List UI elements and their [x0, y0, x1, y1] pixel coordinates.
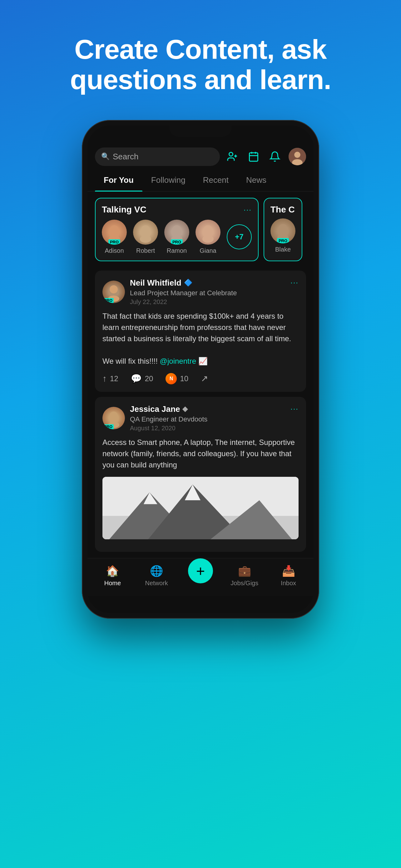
nav-jobs[interactable]: 💼 Jobs/Gigs [229, 565, 260, 587]
post-author-info-neil: PRO Neil Whitfield 🔷 Lead Project Manage… [102, 278, 237, 306]
plus-icon: + [196, 562, 205, 580]
story-member-name-ramon: Ramon [167, 247, 187, 254]
nav-network[interactable]: 🌐 Network [141, 565, 172, 587]
user-avatar[interactable] [289, 148, 306, 165]
post-card-neil: PRO Neil Whitfield 🔷 Lead Project Manage… [95, 271, 306, 392]
posts-section: PRO Neil Whitfield 🔷 Lead Project Manage… [88, 271, 313, 552]
story-member-blake[interactable]: PRO Blake [270, 218, 295, 253]
header-icons [225, 148, 306, 165]
story-card-thec-title: The C [270, 205, 295, 215]
post-more-jessica[interactable]: ··· [291, 404, 299, 413]
svg-point-17 [202, 235, 213, 243]
tab-news[interactable]: News [237, 169, 275, 191]
svg-rect-3 [249, 153, 258, 161]
story-member-name-blake: Blake [275, 246, 291, 253]
story-extra-count: +7 [227, 224, 252, 249]
svg-point-18 [278, 224, 287, 233]
nav-jobs-label: Jobs/Gigs [231, 580, 258, 587]
calendar-icon[interactable] [246, 149, 261, 164]
search-area: 🔍 Search [88, 144, 313, 169]
tab-following[interactable]: Following [142, 169, 194, 191]
nav-home[interactable]: 🏠 Home [97, 565, 128, 587]
verified-icon-jessica: ◆ [182, 405, 188, 413]
reaction-action-neil[interactable]: N 10 [166, 373, 188, 384]
post-author-meta-jessica: Jessica Jane ◆ QA Engineer at Devdoots A… [130, 404, 207, 432]
verified-icon-neil: 🔷 [184, 279, 192, 287]
story-avatars: PRO Adison [102, 220, 252, 254]
post-content-neil: That fact that kids are spending $100k+ … [102, 311, 299, 367]
home-icon: 🏠 [106, 565, 119, 577]
tabs-row: For You Following Recent News [88, 169, 313, 191]
post-title-neil: Lead Project Manager at Celebrate [130, 289, 237, 297]
svg-point-10 [110, 225, 119, 234]
story-member-name-giana: Giana [200, 247, 216, 254]
search-box[interactable]: 🔍 Search [95, 148, 220, 166]
svg-point-22 [110, 411, 118, 420]
mention-joinentre[interactable]: @joinentre [160, 357, 196, 365]
story-member-adison[interactable]: PRO Adison [102, 220, 127, 254]
post-image-jessica [102, 477, 299, 539]
story-card-more[interactable]: ··· [244, 205, 252, 214]
story-member-robert[interactable]: Robert [133, 220, 158, 254]
nav-plus[interactable]: + [185, 568, 216, 583]
post-author-name-neil: Neil Whitfield 🔷 [130, 278, 237, 288]
story-member-giana[interactable]: Giana [196, 220, 221, 254]
svg-point-16 [204, 225, 212, 234]
reaction-icon: N [166, 373, 177, 384]
hero-line2: questions and learn. [70, 64, 331, 95]
post-actions-neil: ↑ 12 💬 20 N 10 [102, 373, 299, 384]
post-date-jessica: August 12, 2020 [130, 425, 207, 432]
post-author-name-jessica: Jessica Jane ◆ [130, 404, 207, 414]
svg-point-8 [294, 152, 300, 158]
bell-icon[interactable] [267, 149, 282, 164]
svg-point-12 [141, 225, 150, 234]
plus-button[interactable]: + [188, 558, 213, 583]
comment-icon: 💬 [131, 373, 142, 384]
stories-section: Talking VC ··· [88, 191, 313, 268]
comment-count-neil: 20 [145, 374, 153, 383]
inbox-icon: 📥 [282, 565, 295, 577]
nav-home-label: Home [104, 580, 121, 587]
post-author-meta-neil: Neil Whitfield 🔷 Lead Project Manager at… [130, 278, 237, 306]
story-card-thec[interactable]: The C PRO Blake [264, 198, 302, 261]
svg-point-0 [229, 153, 233, 156]
story-card-talking-vc[interactable]: Talking VC ··· [95, 198, 259, 261]
post-author-info-jessica: PRO Jessica Jane ◆ QA Engineer at Devdoo… [102, 404, 207, 432]
story-member-extra[interactable]: +7 [227, 224, 252, 249]
post-card-jessica: PRO Jessica Jane ◆ QA Engineer at Devdoo… [95, 397, 306, 552]
hero-line1: Create Content, ask [74, 34, 326, 65]
tab-recent[interactable]: Recent [194, 169, 237, 191]
post-avatar-neil[interactable]: PRO [102, 281, 125, 303]
reaction-count-neil: 10 [180, 374, 188, 383]
upvote-action-neil[interactable]: ↑ 12 [102, 374, 119, 384]
svg-point-20 [110, 285, 118, 293]
post-title-jessica: QA Engineer at Devdoots [130, 415, 207, 423]
network-icon: 🌐 [150, 565, 163, 577]
post-avatar-jessica[interactable]: PRO [102, 407, 125, 429]
svg-point-13 [140, 235, 151, 243]
search-input[interactable]: Search [113, 152, 138, 161]
story-member-name-robert: Robert [136, 247, 155, 254]
story-member-name-adison: Adison [105, 247, 124, 254]
comment-action-neil[interactable]: 💬 20 [131, 373, 153, 384]
share-icon: ↗ [201, 373, 208, 384]
post-content-jessica: Access to Smart phone, A laptop, The int… [102, 437, 299, 470]
post-date-neil: July 22, 2022 [130, 299, 237, 306]
phone-notch [169, 126, 232, 137]
tab-for-you[interactable]: For You [95, 169, 142, 191]
hero-section: Create Content, ask questions and learn. [45, 0, 356, 120]
post-more-neil[interactable]: ··· [291, 278, 299, 287]
upvote-count-neil: 12 [110, 374, 119, 383]
nav-inbox[interactable]: 📥 Inbox [273, 565, 304, 587]
share-action-neil[interactable]: ↗ [201, 373, 208, 384]
nav-network-label: Network [145, 580, 168, 587]
nav-inbox-label: Inbox [281, 580, 296, 587]
add-user-icon[interactable] [225, 149, 240, 164]
search-icon: 🔍 [101, 153, 110, 161]
phone-screen: 🔍 Search [88, 126, 313, 613]
phone-mockup: 🔍 Search [82, 120, 319, 619]
svg-point-14 [172, 225, 181, 234]
story-card-title: Talking VC [102, 205, 146, 215]
upvote-icon: ↑ [102, 374, 107, 384]
story-member-ramon[interactable]: PRO Ramon [164, 220, 189, 254]
